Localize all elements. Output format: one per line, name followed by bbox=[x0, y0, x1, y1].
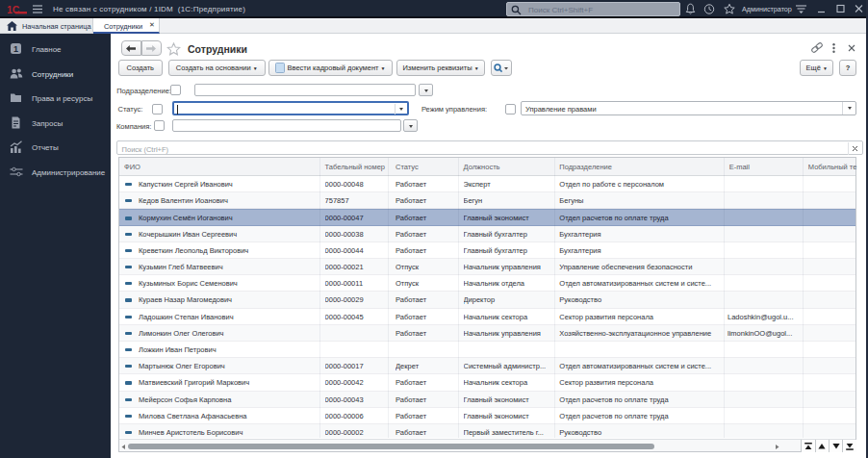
svg-text:1: 1 bbox=[13, 44, 18, 54]
